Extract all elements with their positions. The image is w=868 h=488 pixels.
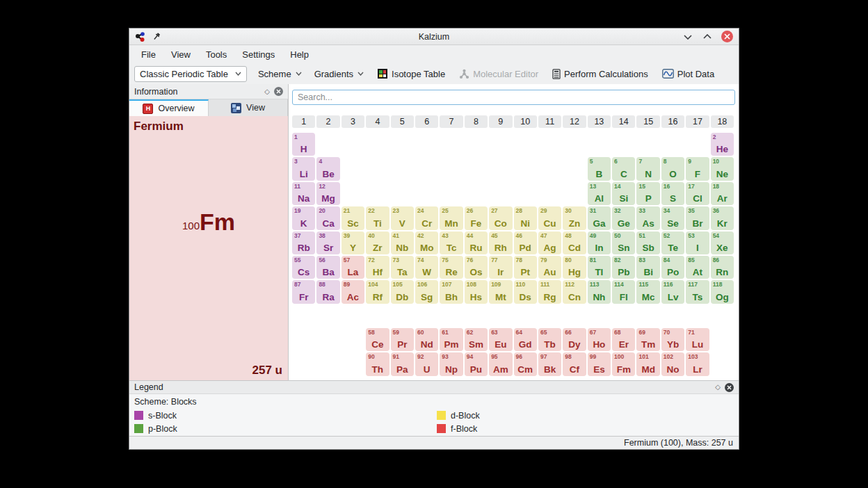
element-Be[interactable]: 4Be xyxy=(316,157,339,180)
element-Kr[interactable]: 36Kr xyxy=(711,206,734,229)
element-Cd[interactable]: 48Cd xyxy=(563,231,586,254)
group-header-17[interactable]: 17 xyxy=(686,115,709,128)
menu-help[interactable]: Help xyxy=(282,47,316,62)
tab-overview[interactable]: H Overview xyxy=(129,99,209,116)
element-Cn[interactable]: 112Cn xyxy=(563,280,586,303)
element-V[interactable]: 23V xyxy=(391,206,414,229)
maximize-button[interactable] xyxy=(702,31,713,42)
element-Mo[interactable]: 42Mo xyxy=(415,231,438,254)
element-La[interactable]: 57La xyxy=(341,256,364,279)
element-Cu[interactable]: 29Cu xyxy=(538,206,561,229)
element-Ta[interactable]: 73Ta xyxy=(391,256,414,279)
element-Gd[interactable]: 64Gd xyxy=(514,328,537,351)
element-Ag[interactable]: 47Ag xyxy=(538,231,561,254)
element-W[interactable]: 74W xyxy=(415,256,438,279)
element-Mn[interactable]: 25Mn xyxy=(440,206,463,229)
element-Sc[interactable]: 21Sc xyxy=(341,206,364,229)
element-Sr[interactable]: 38Sr xyxy=(316,231,339,254)
element-Ce[interactable]: 58Ce xyxy=(366,328,389,351)
element-Re[interactable]: 75Re xyxy=(440,256,463,279)
element-Am[interactable]: 95Am xyxy=(489,352,512,375)
element-At[interactable]: 85At xyxy=(686,256,709,279)
element-F[interactable]: 9F xyxy=(686,157,709,180)
group-header-16[interactable]: 16 xyxy=(661,115,684,128)
element-Tm[interactable]: 69Tm xyxy=(636,328,659,351)
element-C[interactable]: 6C xyxy=(612,157,635,180)
table-type-selector[interactable]: Classic Periodic Table xyxy=(134,66,247,82)
element-Bh[interactable]: 107Bh xyxy=(440,280,463,303)
element-Og[interactable]: 118Og xyxy=(711,280,734,303)
element-Pa[interactable]: 91Pa xyxy=(391,352,414,375)
group-header-6[interactable]: 6 xyxy=(415,115,438,128)
element-Pr[interactable]: 59Pr xyxy=(391,328,414,351)
element-Ra[interactable]: 88Ra xyxy=(316,280,339,303)
element-He[interactable]: 2He xyxy=(711,133,734,156)
element-Er[interactable]: 68Er xyxy=(612,328,635,351)
element-U[interactable]: 92U xyxy=(415,352,438,375)
element-Ga[interactable]: 31Ga xyxy=(588,206,611,229)
element-Pb[interactable]: 82Pb xyxy=(612,256,635,279)
element-Mg[interactable]: 12Mg xyxy=(316,182,339,205)
element-Pd[interactable]: 46Pd xyxy=(514,231,537,254)
element-Rg[interactable]: 111Rg xyxy=(538,280,561,303)
element-Te[interactable]: 52Te xyxy=(661,231,684,254)
element-Th[interactable]: 90Th xyxy=(366,352,389,375)
group-header-5[interactable]: 5 xyxy=(391,115,414,128)
element-Si[interactable]: 14Si xyxy=(612,182,635,205)
element-Np[interactable]: 93Np xyxy=(440,352,463,375)
element-Nb[interactable]: 41Nb xyxy=(391,231,414,254)
element-Au[interactable]: 79Au xyxy=(538,256,561,279)
element-Fr[interactable]: 87Fr xyxy=(292,280,315,303)
element-N[interactable]: 7N xyxy=(636,157,659,180)
perform-calculations-button[interactable]: Perform Calculations xyxy=(550,67,650,81)
group-header-9[interactable]: 9 xyxy=(489,115,512,128)
element-Hs[interactable]: 108Hs xyxy=(465,280,488,303)
element-Db[interactable]: 105Db xyxy=(391,280,414,303)
element-Al[interactable]: 13Al xyxy=(588,182,611,205)
element-Ru[interactable]: 44Ru xyxy=(465,231,488,254)
menu-file[interactable]: File xyxy=(134,47,163,62)
element-H[interactable]: 1H xyxy=(292,133,315,156)
element-Zn[interactable]: 30Zn xyxy=(563,206,586,229)
float-panel-icon[interactable]: ◇ xyxy=(264,88,270,95)
element-Fm[interactable]: 100Fm xyxy=(612,352,635,375)
group-header-12[interactable]: 12 xyxy=(563,115,586,128)
element-Y[interactable]: 39Y xyxy=(341,231,364,254)
element-Na[interactable]: 11Na xyxy=(292,182,315,205)
element-Lu[interactable]: 71Lu xyxy=(686,328,709,351)
app-icon[interactable] xyxy=(135,31,146,42)
group-header-10[interactable]: 10 xyxy=(514,115,537,128)
element-Ts[interactable]: 117Ts xyxy=(686,280,709,303)
group-header-15[interactable]: 15 xyxy=(636,115,659,128)
element-Dy[interactable]: 66Dy xyxy=(563,328,586,351)
group-header-18[interactable]: 18 xyxy=(711,115,734,128)
element-Es[interactable]: 99Es xyxy=(588,352,611,375)
element-Ho[interactable]: 67Ho xyxy=(588,328,611,351)
element-P[interactable]: 15P xyxy=(636,182,659,205)
element-Cr[interactable]: 24Cr xyxy=(415,206,438,229)
element-Hf[interactable]: 72Hf xyxy=(366,256,389,279)
element-Ir[interactable]: 77Ir xyxy=(489,256,512,279)
element-Ni[interactable]: 28Ni xyxy=(514,206,537,229)
element-Ge[interactable]: 32Ge xyxy=(612,206,635,229)
element-Nh[interactable]: 113Nh xyxy=(588,280,611,303)
element-Yb[interactable]: 70Yb xyxy=(661,328,684,351)
element-Pt[interactable]: 78Pt xyxy=(514,256,537,279)
element-Hg[interactable]: 80Hg xyxy=(563,256,586,279)
element-Bk[interactable]: 97Bk xyxy=(538,352,561,375)
tab-view[interactable]: View xyxy=(209,99,288,116)
plot-data-button[interactable]: Plot Data xyxy=(660,67,716,81)
element-Cs[interactable]: 55Cs xyxy=(292,256,315,279)
element-Md[interactable]: 101Md xyxy=(636,352,659,375)
element-Rn[interactable]: 86Rn xyxy=(711,256,734,279)
element-Ds[interactable]: 110Ds xyxy=(514,280,537,303)
element-Zr[interactable]: 40Zr xyxy=(366,231,389,254)
element-Po[interactable]: 84Po xyxy=(661,256,684,279)
group-header-14[interactable]: 14 xyxy=(612,115,635,128)
minimize-button[interactable] xyxy=(682,31,693,42)
element-Tb[interactable]: 65Tb xyxy=(538,328,561,351)
element-Rh[interactable]: 45Rh xyxy=(489,231,512,254)
element-B[interactable]: 5B xyxy=(588,157,611,180)
element-Lv[interactable]: 116Lv xyxy=(661,280,684,303)
group-header-11[interactable]: 11 xyxy=(538,115,561,128)
